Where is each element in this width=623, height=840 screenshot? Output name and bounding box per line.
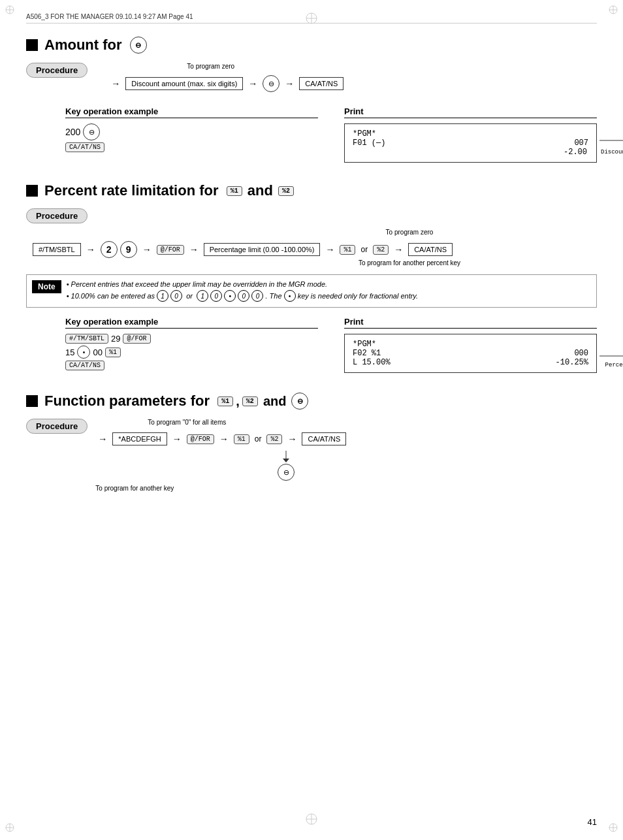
arrow-1b: → [248,78,257,89]
or-text-3: or [255,434,262,444]
bottom-crosshair [305,813,318,828]
to-zero-3: To program "0" for all items [148,419,346,426]
section-amount-for: Amount for ⊖ Procedure To program zero →… [26,37,597,163]
pct1-key-op: %1 [105,347,121,357]
htmsbtl-key: #/TM/SBTL [65,334,108,344]
pct1-flow: %1 [340,245,355,255]
discount-label: Discount amount [601,149,623,155]
pct1-flow-3: %1 [234,434,249,444]
and-text-2: and [248,182,273,199]
n0a-circle: 0 [170,290,182,302]
print-box-1: *PGM* F01 (—) 007 -2.00 Discount amount [344,123,597,163]
arrow-1c: → [285,78,294,89]
discount-arrow [599,135,623,146]
caatns-box-3: CA/AT/NS [302,432,346,445]
print-line-1-3: -2.00 [353,148,587,157]
arrow-3d: → [287,434,296,444]
print-section-2: Print *PGM* F02 %1 000 L 15.00% -10.25% … [344,317,597,373]
flow-diagram-3: To program "0" for all items → *ABCDEFGH… [95,419,346,492]
arrow-2a: → [86,244,95,255]
dot-circle: • [224,290,236,302]
print-line-1-1: *PGM* [353,129,588,138]
print-box-2: *PGM* F02 %1 000 L 15.00% -10.25% Percen… [344,334,597,373]
black-square-3 [26,395,38,407]
procedure-row-3: Procedure To program "0" for all items →… [26,419,597,492]
black-square-1 [26,39,38,51]
two-col-2: Key operation example #/TM/SBTL 29 @/FOR… [65,317,597,373]
caatns-key-1: CA/AT/NS [65,142,104,152]
heading-text-3: Function parameters for [44,393,217,410]
arrow-3a: → [98,434,107,444]
n0b-circle: 0 [210,290,222,302]
print-line-2-2: F02 %1 000 [353,349,588,358]
arrow-3b: → [172,434,182,444]
atfor-key: @/FOR [157,245,184,255]
procedure-badge-1: Procedure [26,63,88,78]
abcdefgh-box: *ABCDEFGH [112,432,167,445]
or-text-2: or [360,245,368,254]
n1-circle: 1 [157,290,168,302]
and-h3: and [263,394,287,409]
percentage-label: Percentage limit [605,362,623,368]
pct2-flow: %2 [373,245,389,255]
section-heading-1: Amount for ⊖ [26,37,597,54]
key-op-line-1a: 200 ⊖ [65,123,318,140]
section-heading-2: Percent rate limitation for %1 and %2 [26,182,597,199]
arrow-1a: → [111,78,120,89]
minus-key-heading: ⊖ [130,37,147,54]
caatns-key-2: CA/AT/NS [65,361,104,370]
htm-sbtl-box: #/TM/SBTL [33,243,81,256]
pct2-key-heading: %2 [278,186,294,196]
key-op-title-2: Key operation example [65,317,318,329]
procedure-badge-3: Procedure [26,419,88,434]
pct1-key-h3: %1 [217,396,233,406]
minus-key-op: ⊖ [83,123,100,140]
n0c-circle: 0 [238,290,249,302]
pct1-key-heading: %1 [227,186,242,196]
arrow-3c: → [219,434,229,444]
key-op-line-1b: CA/AT/NS [65,142,318,152]
atfor-key-op: @/FOR [123,334,150,344]
to-program-zero-label-1: To program zero [187,63,234,70]
key-op-title-1: Key operation example [65,106,318,118]
section-heading-3: Function parameters for %1 , %2 and ⊖ [26,393,597,410]
flow-row-2: #/TM/SBTL → 2 9 → @/FOR → Percentage lim… [33,241,597,258]
to-another-2: To program for another percent key [222,259,597,267]
caatns-box-2: CA/AT/NS [408,243,453,256]
print-line-1-2: F01 (—) 007 [353,138,588,148]
n1b-circle: 1 [197,290,208,302]
down-arrow-svg [280,451,293,464]
note-content-2: • Percent entries that exceed the upper … [67,280,418,302]
num2-key: 2 [101,241,118,258]
procedure-row-2: Procedure [26,208,597,223]
key-op-section-2: Key operation example #/TM/SBTL 29 @/FOR… [65,317,318,373]
minus-key-h3: ⊖ [291,393,308,410]
flow-row-3-main: → *ABCDEFGH → @/FOR → %1 or %2 → CA/AT/N… [95,432,346,445]
note-row-2: Note • Percent entries that exceed the u… [26,274,597,308]
arrow-2d: → [325,244,334,255]
two-col-1: Key operation example 200 ⊖ CA/AT/NS Pri… [65,106,597,163]
print-title-2: Print [344,317,597,329]
key-op-line-2c: CA/AT/NS [65,361,318,370]
top-crosshair [305,12,318,27]
n0d-circle: 0 [251,290,263,302]
arrow-2c: → [189,244,199,255]
heading-text-1: Amount for [44,37,130,54]
vertical-arrow-3: ⊖ [226,451,346,481]
to-another-3: To program for another key [95,485,346,492]
note-box-2: Note [32,280,61,293]
comma-h3: , [236,394,240,409]
atfor-key-3: @/FOR [187,434,214,444]
procedure-badge-2: Procedure [26,208,88,223]
section-percent-rate: Percent rate limitation for %1 and %2 Pr… [26,182,597,373]
print-line-2-3: L 15.00% -10.25% [353,358,588,367]
section-function-params: Function parameters for %1 , %2 and ⊖ Pr… [26,393,597,492]
key-op-line-2a: #/TM/SBTL 29 @/FOR [65,334,318,344]
page-number: 41 [588,817,597,827]
dot2-circle: • [284,290,296,302]
heading-text-2: Percent rate limitation for [44,182,227,199]
minus-key-flow: ⊖ [263,75,280,92]
corner-reg-mark-br [609,823,618,835]
dot-key-op: • [77,346,90,359]
flow-diagram-1: To program zero → Discount amount (max. … [95,63,343,97]
